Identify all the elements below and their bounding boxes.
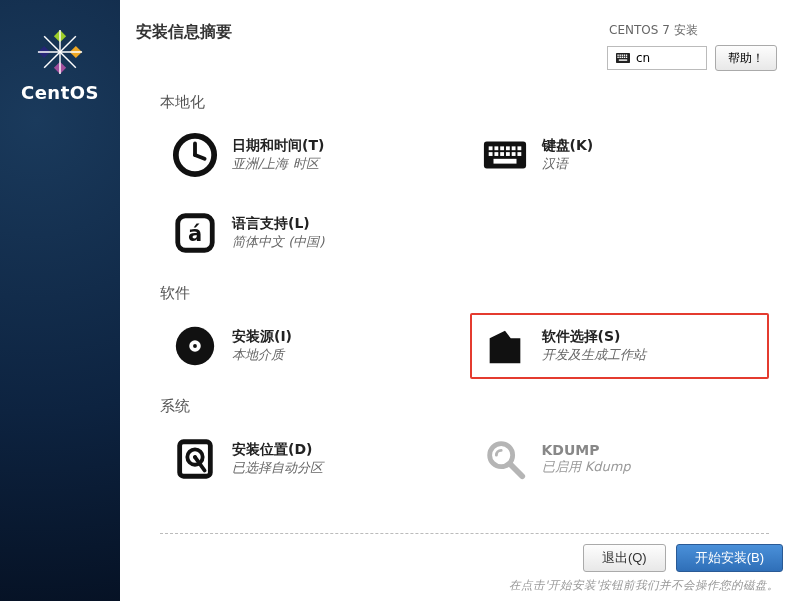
harddisk-icon — [172, 436, 218, 482]
footer: 退出(Q) 开始安装(B) 在点击'开始安装'按钮前我们并不会操作您的磁盘。 — [120, 534, 799, 601]
svg-line-47 — [509, 464, 521, 476]
spoke-selection-sub: 开发及生成工作站 — [542, 346, 646, 364]
svg-rect-19 — [619, 59, 627, 60]
main-panel: 安装信息摘要 CENTOS 7 安装 cn 帮助！ 本地化 — [120, 0, 799, 601]
spoke-software-selection[interactable]: 软件选择(S) 开发及生成工作站 — [470, 313, 770, 379]
svg-rect-12 — [624, 55, 625, 56]
brand-logo: CentOS — [21, 28, 99, 103]
svg-rect-28 — [511, 146, 515, 150]
topbar: 安装信息摘要 CENTOS 7 安装 cn 帮助！ — [120, 0, 799, 71]
keyboard-layout-indicator[interactable]: cn — [607, 46, 707, 70]
section-software-title: 软件 — [160, 284, 769, 303]
package-icon — [482, 323, 528, 369]
spoke-keyboard[interactable]: 键盘(K) 汉语 — [470, 122, 770, 188]
spoke-kdump[interactable]: KDUMP 已启用 Kdump — [470, 426, 770, 492]
begin-install-button[interactable]: 开始安装(B) — [676, 544, 783, 572]
svg-rect-17 — [624, 57, 625, 58]
svg-rect-32 — [500, 152, 504, 156]
svg-point-41 — [193, 344, 197, 348]
spoke-install-source[interactable]: 安装源(I) 本地介质 — [160, 313, 460, 379]
spoke-destination-sub: 已选择自动分区 — [232, 459, 323, 477]
disc-icon — [172, 323, 218, 369]
svg-rect-35 — [517, 152, 521, 156]
svg-rect-31 — [494, 152, 498, 156]
spoke-datetime[interactable]: 日期和时间(T) 亚洲/上海 时区 — [160, 122, 460, 188]
keyboard-icon — [482, 132, 528, 178]
svg-rect-24 — [488, 146, 492, 150]
spoke-source-title: 安装源(I) — [232, 328, 292, 346]
svg-line-22 — [195, 155, 205, 159]
svg-rect-13 — [626, 55, 627, 56]
centos-logo-icon — [36, 28, 84, 76]
spoke-destination-title: 安装位置(D) — [232, 441, 323, 459]
summary-content: 本地化 日期和时间(T) 亚洲/上海 时区 键盘(K) — [120, 71, 799, 527]
spoke-datetime-sub: 亚洲/上海 时区 — [232, 155, 324, 173]
brand-text: CentOS — [21, 82, 99, 103]
keyboard-mini-icon — [616, 53, 630, 63]
spoke-selection-title: 软件选择(S) — [542, 328, 646, 346]
clock-icon — [172, 132, 218, 178]
footer-hint: 在点击'开始安装'按钮前我们并不会操作您的磁盘。 — [509, 578, 783, 593]
language-icon: á — [172, 210, 218, 256]
spoke-keyboard-title: 键盘(K) — [542, 137, 594, 155]
svg-rect-29 — [517, 146, 521, 150]
svg-rect-27 — [505, 146, 509, 150]
svg-rect-9 — [617, 55, 618, 56]
svg-rect-26 — [500, 146, 504, 150]
svg-rect-34 — [511, 152, 515, 156]
spoke-kdump-sub: 已启用 Kdump — [542, 458, 631, 476]
svg-text:á: á — [188, 221, 202, 246]
svg-rect-15 — [620, 57, 621, 58]
installer-window: CentOS 安装信息摘要 CENTOS 7 安装 cn 帮助！ 本地化 — [0, 0, 799, 601]
sidebar: CentOS — [0, 0, 120, 601]
spoke-keyboard-sub: 汉语 — [542, 155, 594, 173]
spoke-source-sub: 本地介质 — [232, 346, 292, 364]
svg-rect-10 — [620, 55, 621, 56]
spoke-datetime-title: 日期和时间(T) — [232, 137, 324, 155]
kdump-icon — [482, 436, 528, 482]
svg-rect-25 — [494, 146, 498, 150]
product-label: CENTOS 7 安装 — [607, 22, 777, 39]
svg-rect-36 — [493, 159, 516, 164]
svg-rect-11 — [622, 55, 623, 56]
section-system-title: 系统 — [160, 397, 769, 416]
section-localization-title: 本地化 — [160, 93, 769, 112]
help-button[interactable]: 帮助！ — [715, 45, 777, 71]
page-title: 安装信息摘要 — [136, 22, 232, 43]
spoke-language-title: 语言支持(L) — [232, 215, 324, 233]
spoke-language-sub: 简体中文 (中国) — [232, 233, 324, 251]
svg-rect-16 — [622, 57, 623, 58]
layout-code: cn — [636, 51, 650, 65]
spoke-install-destination[interactable]: 安装位置(D) 已选择自动分区 — [160, 426, 460, 492]
svg-rect-33 — [505, 152, 509, 156]
quit-button[interactable]: 退出(Q) — [583, 544, 666, 572]
svg-rect-30 — [488, 152, 492, 156]
svg-rect-14 — [617, 57, 618, 58]
spoke-language[interactable]: á 语言支持(L) 简体中文 (中国) — [160, 200, 460, 266]
svg-rect-18 — [626, 57, 627, 58]
spoke-kdump-title: KDUMP — [542, 442, 631, 458]
